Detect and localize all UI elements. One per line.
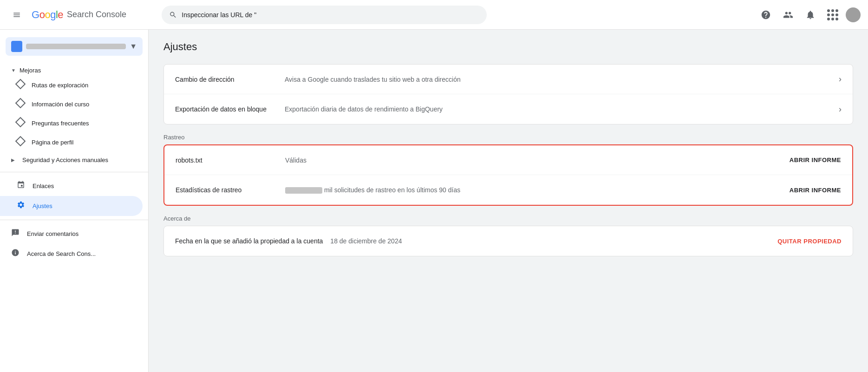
row-fecha-propiedad: Fecha en la que se añadió la propiedad a…: [164, 226, 853, 256]
main-content: Ajustes Cambio de dirección Avisa a Goog…: [149, 30, 868, 372]
sidebar-item-acerca[interactable]: Acerca de Search Cons...: [0, 244, 148, 264]
triangle-down-icon: ▼: [11, 68, 16, 73]
header-left: Google Search Console: [7, 6, 156, 24]
notifications-button[interactable]: [801, 6, 820, 24]
diamond-icon: [17, 137, 24, 147]
property-icon: [11, 41, 22, 52]
sidebar-item-ajustes[interactable]: Ajustes: [0, 196, 143, 216]
sidebar-divider-2: [0, 220, 148, 220]
exportacion-action[interactable]: ›: [839, 104, 842, 114]
acerca-card: Fecha en la que se añadió la propiedad a…: [163, 226, 853, 256]
page-title: Ajustes: [163, 41, 853, 53]
diamond-icon: [17, 118, 24, 128]
rastreo-card: robots.txt Válidas ABRIR INFORME Estadís…: [163, 144, 853, 206]
row-exportacion-datos: Exportación de datos en bloque Exportaci…: [164, 94, 853, 124]
sidebar-item-enlaces[interactable]: Enlaces: [0, 176, 143, 196]
estadisticas-description: mil solicitudes de rastreo en los último…: [278, 186, 790, 194]
property-chevron-icon: ▼: [130, 42, 137, 51]
cambio-description: Avisa a Google cuando traslades tu sitio…: [277, 76, 839, 83]
help-button[interactable]: [757, 6, 775, 24]
logo-area: Google Search Console: [32, 9, 126, 21]
robots-action[interactable]: ABRIR INFORME: [790, 157, 841, 163]
estadisticas-label: Estadísticas de rastreo: [176, 186, 278, 194]
estadisticas-action[interactable]: ABRIR INFORME: [790, 187, 841, 194]
accounts-button[interactable]: [779, 6, 797, 24]
property-name-blurred: [26, 44, 126, 49]
row-estadisticas-rastreo: Estadísticas de rastreo mil solicitudes …: [164, 175, 852, 205]
triangle-right-icon: ▶: [11, 157, 15, 163]
quitar-propiedad-link[interactable]: QUITAR PROPIEDAD: [777, 238, 842, 245]
search-input[interactable]: [182, 11, 479, 19]
google-logo: Google: [32, 9, 63, 21]
app-layout: ▼ ▼ Mejoras Rutas de exploración Informa…: [0, 30, 868, 372]
property-selector[interactable]: ▼: [6, 37, 143, 56]
menu-button[interactable]: [7, 6, 26, 24]
search-icon: [169, 11, 177, 19]
search-bar[interactable]: [162, 6, 487, 24]
cambio-action[interactable]: ›: [839, 74, 842, 84]
product-name: Search Console: [67, 10, 126, 20]
cambio-label: Cambio de dirección: [175, 76, 277, 83]
sidebar-item-comentarios[interactable]: Enviar comentarios: [0, 224, 148, 244]
robots-report-link[interactable]: ABRIR INFORME: [790, 157, 841, 163]
rastreo-section-label: Rastreo: [163, 134, 853, 141]
sidebar: ▼ ▼ Mejoras Rutas de exploración Informa…: [0, 30, 149, 372]
fecha-label: Fecha en la que se añadió la propiedad a…: [175, 237, 323, 245]
diamond-icon: [17, 99, 24, 109]
user-avatar[interactable]: [846, 7, 861, 22]
gear-icon: [17, 201, 25, 211]
chevron-right-icon: ›: [839, 74, 842, 84]
robots-label: robots.txt: [176, 157, 278, 164]
app-header: Google Search Console: [0, 0, 868, 30]
sidebar-section-mejoras[interactable]: ▼ Mejoras: [0, 63, 148, 76]
exportacion-label: Exportación de datos en bloque: [175, 105, 277, 113]
robots-description: Válidas: [278, 157, 790, 164]
sidebar-divider: [0, 172, 148, 172]
estadisticas-report-link[interactable]: ABRIR INFORME: [790, 187, 841, 194]
chevron-right-icon: ›: [839, 104, 842, 114]
settings-card-1: Cambio de dirección Avisa a Google cuand…: [163, 64, 853, 124]
row-cambio-direccion: Cambio de dirección Avisa a Google cuand…: [164, 65, 853, 94]
sidebar-item-rutas[interactable]: Rutas de exploración: [0, 76, 143, 95]
sidebar-section-seguridad[interactable]: ▶ Seguridad y Acciones manuales: [0, 152, 148, 168]
exportacion-description: Exportación diaria de datos de rendimien…: [277, 105, 839, 113]
fecha-value: 18 de diciembre de 2024: [323, 237, 777, 245]
sidebar-item-faq[interactable]: Preguntas frecuentes: [0, 114, 143, 133]
header-icons: [757, 6, 861, 24]
sidebar-item-curso[interactable]: Información del curso: [0, 95, 143, 114]
row-robots-txt: robots.txt Válidas ABRIR INFORME: [164, 145, 852, 175]
acerca-section-label: Acerca de: [163, 215, 853, 222]
sidebar-item-perfil[interactable]: Página de perfil: [0, 133, 143, 152]
feedback-icon: [11, 228, 20, 239]
diamond-icon: [17, 80, 24, 90]
links-icon: [17, 181, 25, 191]
quitar-propiedad-action[interactable]: QUITAR PROPIEDAD: [777, 238, 842, 245]
apps-button[interactable]: [823, 6, 842, 24]
info-icon: [11, 248, 20, 259]
blurred-number: [285, 187, 322, 194]
grid-dots-icon: [827, 9, 838, 20]
